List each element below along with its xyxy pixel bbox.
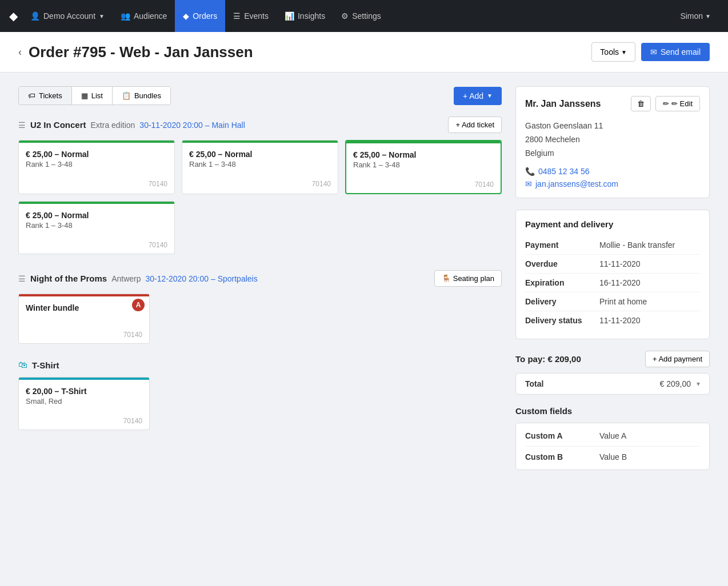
add-payment-button[interactable]: + Add payment xyxy=(645,351,710,367)
add-payment-label: + Add payment xyxy=(653,355,702,363)
ticket-rank: Rank 1 – 3-48 xyxy=(26,221,167,230)
payment-delivery-panel: Payment and delivery Payment Mollie - Ba… xyxy=(515,210,710,339)
ticket-id: 70140 xyxy=(189,180,331,188)
logo-icon: ◆ xyxy=(9,9,18,23)
user-menu[interactable]: Simon ▼ xyxy=(672,0,719,32)
nav-item-demo-account[interactable]: 👤 Demo Account ▼ xyxy=(22,0,113,32)
contact-phone-row: 📞 0485 12 34 56 xyxy=(525,167,700,176)
tab-list[interactable]: ▦ List xyxy=(72,87,113,105)
ticket-id: 70140 xyxy=(353,180,494,188)
ticket-top-bar xyxy=(182,141,338,143)
payment-label-0: Payment xyxy=(525,240,599,250)
payment-label-3: Delivery xyxy=(525,297,599,306)
edit-contact-button[interactable]: ✏ ✏ Edit xyxy=(655,96,700,111)
audience-icon: 👤 xyxy=(30,11,40,21)
ticket-card[interactable]: € 25,00 – Normal Rank 1 – 3-48 70140 xyxy=(182,140,338,194)
nav-item-orders[interactable]: ◆ Orders xyxy=(175,0,225,32)
chevron-down-icon: ▾ xyxy=(697,380,700,388)
ticket-card[interactable]: € 25,00 – Normal Rank 1 – 3-48 70140 xyxy=(18,140,175,194)
nav-events-label: Events xyxy=(244,11,269,21)
tshirt-section: 🛍 T-Shirt € 20,00 – T-Shirt Small, Red 7… xyxy=(18,360,502,430)
payment-label-1: Overdue xyxy=(525,259,599,268)
audience-nav-icon: 👥 xyxy=(121,11,130,21)
contact-name: Mr. Jan Janssens xyxy=(525,99,601,109)
nav-demo-account-label: Demo Account xyxy=(43,11,95,21)
add-ticket-button[interactable]: + Add ticket xyxy=(448,117,502,133)
page-title: Order #795 - Web - Jan Janssen xyxy=(29,43,253,61)
to-pay-panel: To pay: € 209,00 + Add payment Total € 2… xyxy=(515,351,710,395)
tab-bundles[interactable]: 📋 Bundles xyxy=(113,87,170,105)
nav-audience-label: Audience xyxy=(134,11,167,21)
bundle-card[interactable]: Winter bundle A 70140 xyxy=(18,294,150,344)
bundle-top-bar xyxy=(19,294,149,296)
nav-item-audience[interactable]: 👥 Audience xyxy=(113,0,175,32)
payment-value-4: 11-11-2020 xyxy=(599,316,641,325)
payment-value-3: Print at home xyxy=(599,297,647,306)
insights-nav-icon: 📊 xyxy=(285,11,294,21)
main-content: 🏷 Tickets ▦ List 📋 Bundles + Add ▼ xyxy=(0,73,728,586)
seating-plan-label: Seating plan xyxy=(453,274,494,283)
event-proms-name: Night of the Proms xyxy=(30,274,107,283)
nav-item-events[interactable]: ☰ Events xyxy=(225,0,277,32)
ticket-grid-u2: € 25,00 – Normal Rank 1 – 3-48 70140 € 2… xyxy=(18,140,502,254)
event-proms-extra: Antwerp xyxy=(111,274,141,283)
back-button[interactable]: ‹ xyxy=(18,46,22,58)
address-line3: Belgium xyxy=(525,147,700,160)
ticket-id: 70140 xyxy=(26,180,167,188)
tickets-tab-icon: 🏷 xyxy=(28,91,35,100)
list-tab-icon: ▦ xyxy=(81,91,88,100)
nav-orders-label: Orders xyxy=(193,11,217,21)
custom-label-1: Custom B xyxy=(525,452,599,461)
tshirt-card[interactable]: € 20,00 – T-Shirt Small, Red 70140 xyxy=(18,377,150,430)
ticket-top-bar xyxy=(19,202,174,204)
payment-value-2: 16-11-2020 xyxy=(599,278,641,287)
tshirt-top-bar xyxy=(19,378,149,380)
payment-value-1: 11-11-2020 xyxy=(599,259,641,268)
delete-icon: 🗑 xyxy=(637,99,645,108)
ticket-price: € 25,00 – Normal xyxy=(189,150,331,159)
ticket-card-selected[interactable]: € 25,00 – Normal Rank 1 – 3-48 70140 xyxy=(345,140,502,194)
add-ticket-label: + Add ticket xyxy=(455,121,494,129)
custom-label-0: Custom A xyxy=(525,431,599,440)
delete-contact-button[interactable]: 🗑 xyxy=(631,96,651,111)
tools-button[interactable]: Tools ▼ xyxy=(591,42,635,62)
events-nav-icon: ☰ xyxy=(233,11,241,21)
nav-insights-label: Insights xyxy=(298,11,325,21)
tickets-tab-label: Tickets xyxy=(39,91,62,100)
custom-row-1: Custom B Value B xyxy=(525,447,700,467)
nav-settings-label: Settings xyxy=(352,11,381,21)
ticket-top-bar xyxy=(19,141,174,143)
address-line2: 2800 Mechelen xyxy=(525,133,700,147)
tshirt-desc: Small, Red xyxy=(26,397,142,406)
nav-item-insights[interactable]: 📊 Insights xyxy=(277,0,333,32)
event-proms-icon: ☰ xyxy=(18,274,26,283)
tools-dropdown-icon: ▼ xyxy=(621,49,627,55)
ticket-card[interactable]: € 25,00 – Normal Rank 1 – 3-48 70140 xyxy=(18,201,175,254)
tab-tickets[interactable]: 🏷 Tickets xyxy=(19,87,72,105)
tools-label: Tools xyxy=(600,47,619,57)
bundles-tab-label: Bundles xyxy=(134,91,161,100)
send-email-label: Send email xyxy=(661,47,701,57)
payment-row-3: Delivery Print at home xyxy=(525,292,700,311)
payment-row-1: Overdue 11-11-2020 xyxy=(525,255,700,274)
event-u2-date: 30-11-2020 20:00 – Main Hall xyxy=(139,121,245,130)
contact-email[interactable]: jan.janssens@test.com xyxy=(535,179,618,188)
tshirt-icon: 🛍 xyxy=(18,360,27,370)
add-button[interactable]: + Add ▼ xyxy=(454,87,502,105)
payment-row-4: Delivery status 11-11-2020 xyxy=(525,311,700,330)
event-u2-icon: ☰ xyxy=(18,121,26,130)
event-section-proms: ☰ Night of the Proms Antwerp 30-12-2020 … xyxy=(18,270,502,344)
event-section-u2: ☰ U2 In Concert Extra edition 30-11-2020… xyxy=(18,117,502,254)
send-email-button[interactable]: ✉ Send email xyxy=(641,43,710,61)
email-contact-icon: ✉ xyxy=(525,179,532,188)
nav-item-settings[interactable]: ⚙ Settings xyxy=(333,0,389,32)
user-dropdown-icon: ▼ xyxy=(705,13,711,19)
contact-phone[interactable]: 0485 12 34 56 xyxy=(538,167,590,176)
list-tab-label: List xyxy=(91,91,103,100)
payment-label-4: Delivery status xyxy=(525,316,599,325)
tab-bar: 🏷 Tickets ▦ List 📋 Bundles xyxy=(18,86,171,105)
ticket-id: 70140 xyxy=(26,241,167,249)
right-column: Mr. Jan Janssens 🗑 ✏ ✏ Edit Gaston Geens… xyxy=(515,86,710,573)
seating-plan-button[interactable]: 🪑 Seating plan xyxy=(434,270,502,287)
contact-email-row: ✉ jan.janssens@test.com xyxy=(525,179,700,188)
